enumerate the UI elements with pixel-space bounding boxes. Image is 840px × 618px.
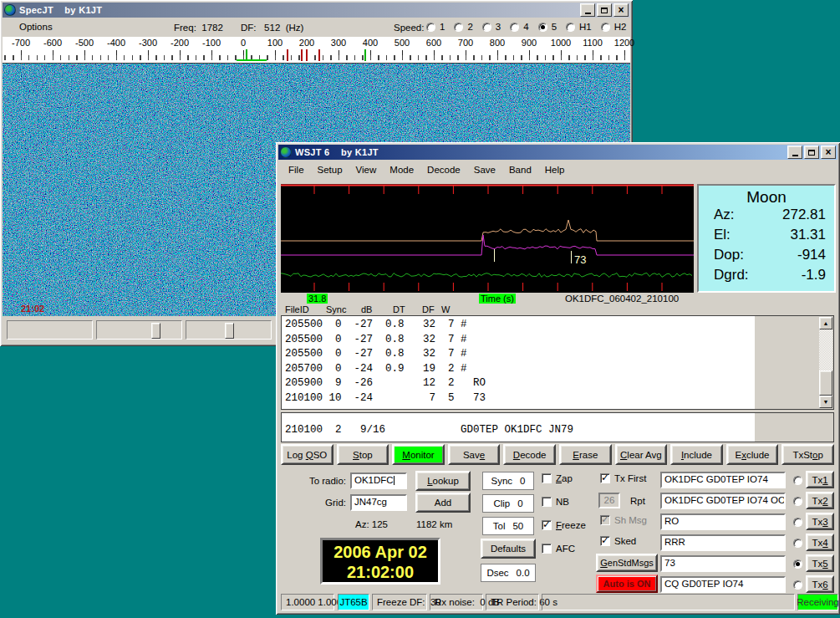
speed-radio-2[interactable]: [454, 23, 463, 32]
menu-mode[interactable]: Mode: [383, 162, 420, 177]
menu-file[interactable]: File: [282, 162, 311, 177]
tx5-message-input[interactable]: 73: [660, 555, 786, 572]
gen-std-msgs-button[interactable]: GenStdMsgs: [596, 554, 658, 572]
specjt-minimize-button[interactable]: [580, 3, 595, 17]
afc-checkbox-row[interactable]: ✓AFC: [542, 544, 575, 554]
clock-date: 2006 Apr 02: [323, 542, 438, 562]
scrollbar-thumb[interactable]: [819, 370, 832, 396]
specjt-gain-display[interactable]: [7, 320, 93, 340]
speed-radio-3[interactable]: [482, 23, 491, 32]
sync-threshold-box[interactable]: Sync0: [482, 472, 534, 490]
clip-box[interactable]: Clip0: [482, 494, 534, 513]
tx1-button[interactable]: Tx1: [806, 471, 834, 488]
speed-option-1[interactable]: 1: [426, 22, 445, 32]
tx-first-checkbox[interactable]: ✓: [600, 473, 610, 483]
decode-scrollbar[interactable]: ▲ ▼: [819, 317, 832, 408]
sked-checkbox-row[interactable]: ✓Sked: [600, 536, 636, 546]
sh-msg-checkbox-row[interactable]: ✓Sh Msg: [600, 515, 647, 525]
save-button[interactable]: Save: [448, 444, 501, 465]
tx4-button[interactable]: Tx4: [806, 534, 834, 551]
speed-option-h1[interactable]: H1: [566, 22, 592, 32]
slider-handle[interactable]: [151, 323, 160, 339]
status-bar: 1.0000 1.0002 JT65B Freeze DF: 30 Rx noi…: [278, 592, 837, 612]
wsjt-close-button[interactable]: ×: [821, 146, 836, 159]
menu-view[interactable]: View: [349, 162, 384, 177]
menu-save[interactable]: Save: [467, 162, 502, 177]
tx3-message-input[interactable]: RO: [660, 513, 786, 530]
specjt-close-button[interactable]: ×: [613, 3, 629, 17]
tx2-select-radio[interactable]: [793, 497, 802, 506]
defaults-button[interactable]: Defaults: [481, 539, 536, 559]
add-button[interactable]: Add: [415, 493, 471, 513]
auto-on-button[interactable]: Auto is ON: [596, 575, 658, 593]
dsec-box[interactable]: Dsec0.0: [481, 564, 536, 582]
sked-checkbox[interactable]: ✓: [600, 536, 610, 546]
tx5-select-radio[interactable]: [793, 559, 802, 569]
sh-msg-checkbox[interactable]: ✓: [600, 515, 610, 525]
to-radio-input[interactable]: OK1DFC: [350, 472, 407, 489]
grid-input[interactable]: JN47cg: [350, 494, 407, 511]
tx1-select-radio[interactable]: [793, 476, 802, 485]
tx4-message-input[interactable]: RRR: [660, 534, 786, 551]
zap-checkbox-row[interactable]: ✓Zap: [542, 473, 573, 483]
monitor-button[interactable]: Monitor: [392, 444, 445, 465]
tx6-button[interactable]: Tx6: [806, 575, 834, 593]
nb-checkbox[interactable]: ✓: [542, 497, 552, 507]
tx4-select-radio[interactable]: [793, 539, 802, 548]
specjt-gain-slider[interactable]: [96, 320, 182, 340]
wsjt-maximize-button[interactable]: [804, 146, 819, 159]
specjt-maximize-button[interactable]: [597, 3, 612, 17]
decode-button[interactable]: Decode: [503, 444, 556, 465]
speed-option-4[interactable]: 4: [510, 22, 528, 32]
lookup-button[interactable]: Lookup: [415, 471, 471, 491]
freeze-checkbox-row[interactable]: ✓Freeze: [542, 520, 586, 530]
tx3-select-radio[interactable]: [793, 518, 802, 527]
specjt-zero-slider[interactable]: [186, 320, 272, 340]
zap-checkbox[interactable]: ✓: [542, 473, 552, 483]
menu-setup[interactable]: Setup: [311, 162, 349, 177]
speed-radio-1[interactable]: [426, 23, 435, 32]
tx6-message-input[interactable]: CQ GD0TEP IO74: [660, 576, 786, 593]
speed-option-3[interactable]: 3: [482, 22, 501, 32]
tx-first-checkbox-row[interactable]: ✓Tx First: [600, 473, 646, 483]
rpt-input[interactable]: 26: [598, 493, 620, 508]
wsjt-titlebar[interactable]: WSJT 6 by K1JT ×: [278, 145, 837, 160]
menu-band[interactable]: Band: [502, 162, 538, 177]
tx3-button[interactable]: Tx3: [806, 513, 834, 530]
speed-option-2[interactable]: 2: [454, 22, 472, 32]
average-text-area[interactable]: 210100 2 9/16 GD0TEP OK1DFC JN79: [281, 412, 834, 442]
slider-handle[interactable]: [225, 323, 234, 339]
clear-avg-button[interactable]: Clear Avg: [615, 444, 668, 465]
stop-button[interactable]: Stop: [337, 444, 389, 465]
log-qso-button[interactable]: Log QSO: [281, 444, 333, 465]
txstop-button[interactable]: TxStop: [781, 444, 834, 465]
decode-text-area[interactable]: 205500 0 -27 0.8 32 7 # 205500 0 -27 0.8…: [281, 315, 834, 410]
tx1-message: OK1DFC GD0TEP IO74: [664, 474, 768, 484]
include-button[interactable]: Include: [670, 444, 723, 465]
speed-option-5[interactable]: 5: [538, 22, 557, 32]
speed-radio-h1[interactable]: [566, 23, 575, 32]
menu-decode[interactable]: Decode: [420, 162, 467, 177]
scroll-up-button[interactable]: ▲: [819, 317, 832, 329]
afc-checkbox[interactable]: ✓: [542, 544, 552, 554]
signal-plot[interactable]: 73: [281, 184, 694, 293]
nb-checkbox-row[interactable]: ✓NB: [542, 497, 569, 507]
freeze-checkbox[interactable]: ✓: [542, 520, 552, 530]
speed-radio-h2[interactable]: [601, 23, 610, 32]
speed-radio-5[interactable]: [538, 23, 547, 32]
tx1-message-input[interactable]: OK1DFC GD0TEP IO74: [660, 472, 786, 488]
tx6-select-radio[interactable]: [793, 580, 802, 590]
specjt-titlebar[interactable]: SpecJT by K1JT ×: [3, 3, 630, 18]
tx2-message-input[interactable]: OK1DFC GD0TEP IO74 OOO: [660, 493, 786, 509]
tx5-button[interactable]: Tx5: [806, 554, 834, 572]
tx2-button[interactable]: Tx2: [806, 492, 834, 509]
tolerance-box[interactable]: Tol50: [482, 517, 534, 535]
menu-help[interactable]: Help: [538, 162, 572, 177]
specjt-menu-options[interactable]: Options: [13, 19, 59, 34]
wsjt-minimize-button[interactable]: [787, 146, 802, 159]
exclude-button[interactable]: Exclude: [726, 444, 779, 465]
scroll-down-button[interactable]: ▼: [819, 396, 832, 408]
erase-button[interactable]: Erase: [559, 444, 612, 465]
speed-radio-4[interactable]: [510, 23, 519, 32]
speed-option-h2[interactable]: H2: [601, 22, 627, 32]
